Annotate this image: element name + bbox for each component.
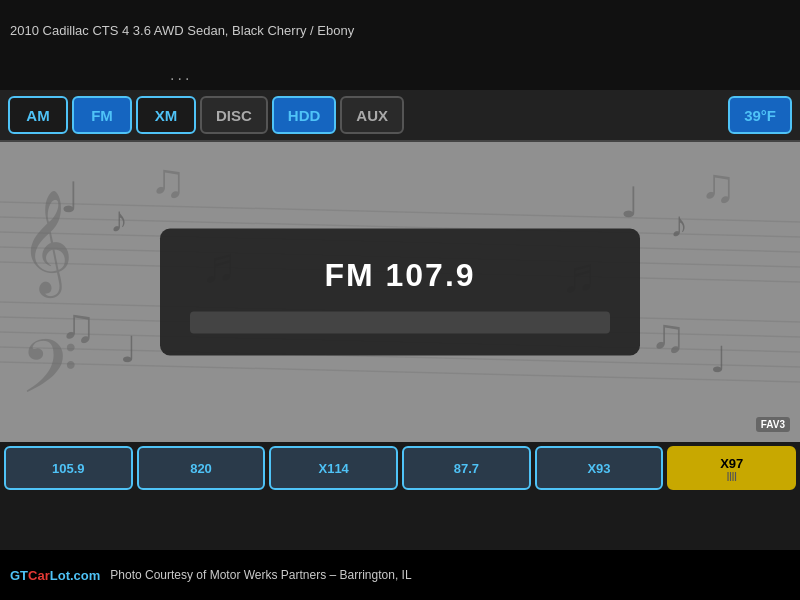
station-card: FM 107.9	[160, 229, 640, 356]
svg-text:♪: ♪	[110, 199, 128, 240]
svg-text:𝄢: 𝄢	[20, 326, 78, 426]
tab-aux[interactable]: AUX	[340, 96, 404, 134]
svg-text:♩: ♩	[620, 179, 640, 226]
fav-badge: FAV3	[756, 417, 790, 432]
preset-2[interactable]: 820	[137, 446, 266, 490]
preset-3[interactable]: X114	[269, 446, 398, 490]
page-title: 2010 Cadillac CTS 4 3.6 AWD Sedan, Black…	[10, 23, 354, 38]
top-bar: 2010 Cadillac CTS 4 3.6 AWD Sedan, Black…	[0, 0, 800, 60]
svg-text:♩: ♩	[710, 339, 727, 380]
preset-4[interactable]: 87.7	[402, 446, 531, 490]
preset-1[interactable]: 105.9	[4, 446, 133, 490]
preset-6-sublabel: ||||	[720, 471, 743, 481]
preset-bar: 105.9 820 X114 87.7 X93 X97 ||||	[0, 442, 800, 494]
main-screen: AM FM XM DISC HDD AUX 39°F ♩ ♪ ♫ ♩	[0, 90, 800, 550]
svg-text:♫: ♫	[700, 159, 736, 212]
tab-temp: 39°F	[728, 96, 792, 134]
caption-bar: GTCarLot.com Photo Courtesy of Motor Wer…	[0, 550, 800, 600]
tab-disc[interactable]: DISC	[200, 96, 268, 134]
progress-bar	[190, 312, 610, 334]
tab-hdd[interactable]: HDD	[272, 96, 337, 134]
tab-fm[interactable]: FM	[72, 96, 132, 134]
dots: ...	[170, 66, 192, 84]
tab-xm[interactable]: XM	[136, 96, 196, 134]
preset-5[interactable]: X93	[535, 446, 664, 490]
svg-text:𝄞: 𝄞	[20, 191, 73, 299]
preset-6[interactable]: X97 ||||	[667, 446, 796, 490]
caption-text: Photo Courtesy of Motor Werks Partners –…	[110, 568, 411, 582]
tab-bar: AM FM XM DISC HDD AUX 39°F	[0, 90, 800, 142]
svg-text:♫: ♫	[650, 309, 686, 362]
station-label: FM 107.9	[324, 257, 475, 294]
svg-text:♪: ♪	[670, 204, 688, 245]
dots-area: ...	[0, 60, 800, 90]
svg-text:♩: ♩	[120, 329, 137, 370]
logo: GTCarLot.com	[10, 568, 100, 583]
tab-am[interactable]: AM	[8, 96, 68, 134]
svg-text:♫: ♫	[150, 154, 186, 207]
main-display: ♩ ♪ ♫ ♩ ♪ ♫ ♫ ♩ ♫ ♩ 𝄞 𝄢 ♬ ♬ FM 107.9 FAV…	[0, 142, 800, 442]
